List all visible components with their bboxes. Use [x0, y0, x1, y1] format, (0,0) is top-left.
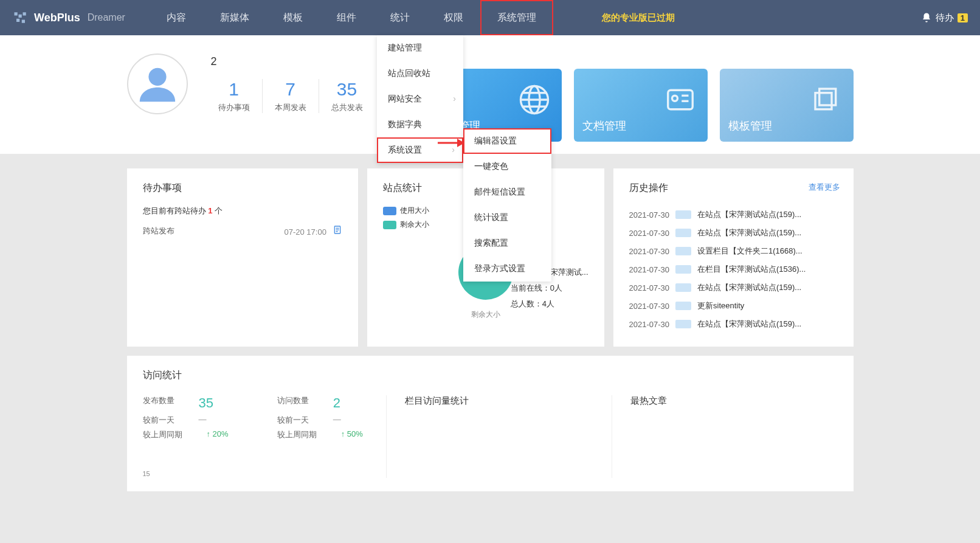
legend-swatch-remain [383, 221, 396, 229]
dd-dictionary[interactable]: 数据字典 [377, 112, 463, 137]
blurred-user [675, 265, 691, 274]
nav-component[interactable]: 组件 [320, 0, 373, 35]
history-row[interactable]: 2021-07-30在站点【宋萍测试站点(159)... [629, 224, 838, 242]
avatar[interactable] [127, 54, 188, 114]
legend-remain-label: 剩余大小 [400, 220, 429, 229]
vs-yesterday-value: — [333, 415, 341, 426]
stat-total[interactable]: 35总共发表 [319, 79, 375, 113]
hist-date: 2021-07-30 [629, 320, 670, 329]
hist-date: 2021-07-30 [629, 229, 670, 238]
visit-title: 访问统计 [143, 369, 838, 382]
brand-name: WebPlus [34, 12, 80, 24]
dd-color-change[interactable]: 一键变色 [463, 154, 551, 179]
history-card: 历史操作 查看更多 2021-07-30在站点【宋萍测试站点(159)... 2… [613, 168, 854, 347]
bell-icon [921, 12, 932, 23]
shortcut-template-manage[interactable]: 模板管理 [720, 69, 854, 142]
hist-text: 更新siteentity [697, 300, 744, 311]
todo-card: 待办事项 您目前有跨站待办 1 个 跨站发布 07-20 17:00 [127, 168, 358, 347]
brand-sub: Dreamer [88, 12, 125, 23]
nav-newmedia[interactable]: 新媒体 [203, 0, 266, 35]
todo-summary: 您目前有跨站待办 1 个 [143, 206, 342, 216]
vs-yesterday-label: 较前一天 [277, 415, 309, 426]
hist-text: 在站点【宋萍测试站点(159)... [697, 209, 801, 220]
history-title: 历史操作 [629, 182, 838, 195]
stat-todo[interactable]: 1待办事项 [206, 79, 263, 113]
document-icon [333, 225, 342, 235]
todo-badge: 1 [958, 13, 968, 22]
blurred-user [675, 210, 691, 219]
visit-publish-col: 发布数量35 较前一天— 较上周同期↑ 20% [143, 395, 229, 444]
nav-permission[interactable]: 权限 [427, 0, 480, 35]
dd-site-manage[interactable]: 建站管理 [377, 35, 463, 61]
stat-todo-num: 1 [218, 79, 250, 100]
nav-content[interactable]: 内容 [150, 0, 203, 35]
dd-recycle[interactable]: 站点回收站 [377, 61, 463, 86]
history-row[interactable]: 2021-07-30在站点【宋萍测试站点(159)... [629, 278, 838, 297]
dd-security[interactable]: 网站安全› [377, 86, 463, 112]
history-row[interactable]: 2021-07-30设置栏目【文件夹二1(1668)... [629, 242, 838, 260]
vs-lastweek-value: ↑ 20% [207, 429, 229, 440]
logo-icon [12, 9, 29, 26]
hist-date: 2021-07-30 [629, 302, 670, 311]
dd-system-settings-label: 系统设置 [388, 145, 422, 154]
dd-mail-sms[interactable]: 邮件短信设置 [463, 179, 551, 205]
shortcut-label: 功能 [430, 54, 854, 65]
vs-lastweek-value: ↑ 50% [341, 429, 363, 440]
nav-stats[interactable]: 统计 [373, 0, 427, 35]
todo-title: 待办事项 [143, 182, 342, 195]
history-row[interactable]: 2021-07-30在栏目【宋萍测试站点(1536)... [629, 260, 838, 278]
hist-text: 设置栏目【文件夹二1(1668)... [697, 246, 802, 257]
history-list: 2021-07-30在站点【宋萍测试站点(159)... 2021-07-30在… [629, 206, 838, 333]
legend-swatch-used [383, 207, 396, 215]
hero-number: 2 [211, 55, 217, 68]
history-row[interactable]: 2021-07-30在站点【宋萍测试站点(159)... [629, 315, 838, 333]
logo[interactable]: WebPlus Dreamer [12, 9, 125, 26]
todo-item-time: 07-20 17:00 [284, 227, 326, 237]
dd-stat-settings[interactable]: 统计设置 [463, 205, 551, 230]
column-visit-title: 栏目访问量统计 [405, 395, 612, 407]
expired-notice: 您的专业版已过期 [602, 12, 675, 24]
hot-article-title: 最热文章 [630, 395, 838, 407]
hist-text: 在站点【宋萍测试站点(159)... [697, 282, 801, 293]
hist-text: 在站点【宋萍测试站点(159)... [697, 227, 801, 238]
hist-date: 2021-07-30 [629, 283, 670, 292]
chevron-right-icon: › [453, 94, 456, 103]
todo-item[interactable]: 跨站发布 07-20 17:00 [143, 225, 342, 237]
dd-editor-settings[interactable]: 编辑器设置 [463, 128, 551, 154]
stat-week-label: 本周发表 [275, 102, 306, 113]
access-label: 访问数量 [277, 395, 309, 411]
stat-line: 总人数：4人 [511, 296, 588, 312]
dd-login-method[interactable]: 登录方式设置 [463, 256, 551, 282]
shortcut-doc-manage[interactable]: 文档管理 [574, 69, 708, 142]
dd-security-label: 网站安全 [388, 94, 422, 103]
top-nav: WebPlus Dreamer 内容 新媒体 模板 组件 统计 权限 系统管理 … [0, 0, 980, 35]
hist-text: 在栏目【宋萍测试站点(1536)... [697, 264, 806, 275]
vs-lastweek-label: 较上周同期 [277, 429, 317, 440]
access-value: 2 [333, 395, 340, 411]
chart-tick: 15 [143, 470, 150, 477]
visit-access-col: 访问数量2 较前一天— 较上周同期↑ 50% [277, 395, 363, 444]
todo-item-label: 跨站发布 [143, 226, 174, 237]
todo-indicator[interactable]: 待办 1 [921, 12, 968, 24]
nav-template[interactable]: 模板 [266, 0, 320, 35]
blurred-user [675, 302, 691, 310]
nav-system[interactable]: 系统管理 [480, 0, 553, 35]
svg-rect-12 [819, 89, 835, 105]
history-row[interactable]: 2021-07-30在站点【宋萍测试站点(159)... [629, 206, 838, 224]
svg-rect-13 [815, 93, 832, 109]
blurred-user [675, 247, 691, 255]
history-row[interactable]: 2021-07-30更新siteentity [629, 297, 838, 315]
user-icon [136, 63, 179, 105]
stat-week[interactable]: 7本周发表 [263, 79, 319, 113]
stat-total-label: 总共发表 [331, 102, 363, 113]
shortcut-template-label: 模板管理 [728, 119, 772, 133]
dd-search-config[interactable]: 搜索配置 [463, 230, 551, 256]
view-more-link[interactable]: 查看更多 [809, 182, 840, 193]
visit-stats-card: 访问统计 发布数量35 较前一天— 较上周同期↑ 20% 访问数量2 较前一天—… [127, 356, 854, 491]
vs-yesterday-value: — [199, 415, 207, 426]
hist-date: 2021-07-30 [629, 247, 670, 256]
arrow-annotation-icon [438, 137, 464, 149]
vs-lastweek-label: 较上周同期 [143, 429, 182, 440]
id-card-icon [664, 83, 697, 116]
hist-date: 2021-07-30 [629, 265, 670, 274]
